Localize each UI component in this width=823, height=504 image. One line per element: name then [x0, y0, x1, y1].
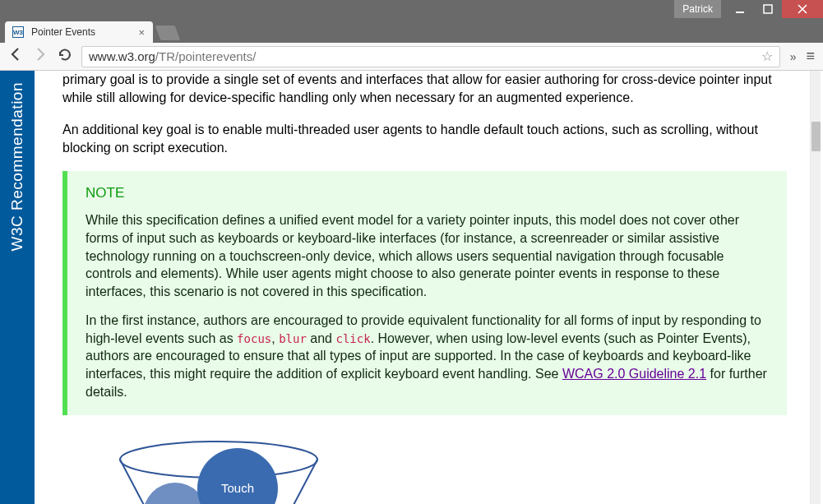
note-callout: NOTE While this specification defines a … [62, 171, 787, 415]
code-focus: focus [237, 332, 271, 345]
back-button[interactable] [8, 47, 23, 66]
svg-rect-0 [736, 12, 744, 13]
browser-menu-button[interactable]: ≡ [806, 48, 815, 65]
user-badge[interactable]: Patrick [674, 0, 721, 18]
browser-toolbar: www.w3.org/TR/pointerevents/ ☆ » ≡ [0, 43, 823, 71]
window-minimize-button[interactable] [726, 0, 754, 18]
document-body: primary goal is to provide a single set … [35, 71, 810, 504]
window-close-button[interactable] [782, 0, 823, 18]
svg-rect-1 [764, 5, 772, 13]
code-click: click [335, 332, 370, 345]
intro-paragraph-2: An additional key goal is to enable mult… [62, 121, 787, 156]
code-blur: blur [279, 332, 307, 345]
extensions-overflow-button[interactable]: » [790, 50, 797, 63]
vertical-scrollbar[interactable] [810, 71, 821, 504]
wcag-link[interactable]: WCAG 2.0 Guideline 2.1 [562, 367, 706, 381]
browser-tab-strip: W3 Pointer Events × [0, 18, 823, 43]
note-heading: NOTE [86, 184, 769, 203]
bookmark-star-icon[interactable]: ☆ [761, 49, 773, 64]
window-maximize-button[interactable] [754, 0, 782, 18]
url-domain: www.w3.org [89, 49, 155, 63]
note-paragraph-1: While this specification defines a unifi… [86, 211, 769, 300]
new-tab-button[interactable] [155, 25, 181, 40]
address-bar[interactable]: www.w3.org/TR/pointerevents/ ☆ [81, 46, 780, 67]
window-titlebar: Patrick [0, 0, 823, 18]
sidebar-badge-label: W3C Recommendation [8, 74, 26, 259]
tab-close-icon[interactable]: × [138, 26, 145, 39]
reload-button[interactable] [58, 48, 72, 65]
tab-title: Pointer Events [31, 26, 132, 38]
browser-viewport: W3C Recommendation primary goal is to pr… [0, 71, 823, 504]
intro-paragraph-1: primary goal is to provide a single set … [62, 71, 787, 106]
url-path: /TR/pointerevents/ [155, 49, 257, 63]
w3c-sidebar-badge: W3C Recommendation [0, 71, 35, 504]
pointer-funnel-figure: Pen Touch [62, 440, 787, 504]
scrollbar-thumb[interactable] [811, 122, 821, 151]
tab-favicon: W3 [12, 25, 25, 39]
forward-button[interactable] [33, 47, 48, 66]
browser-tab[interactable]: W3 Pointer Events × [5, 21, 153, 43]
note-paragraph-2: In the first instance, authors are encou… [86, 312, 769, 400]
